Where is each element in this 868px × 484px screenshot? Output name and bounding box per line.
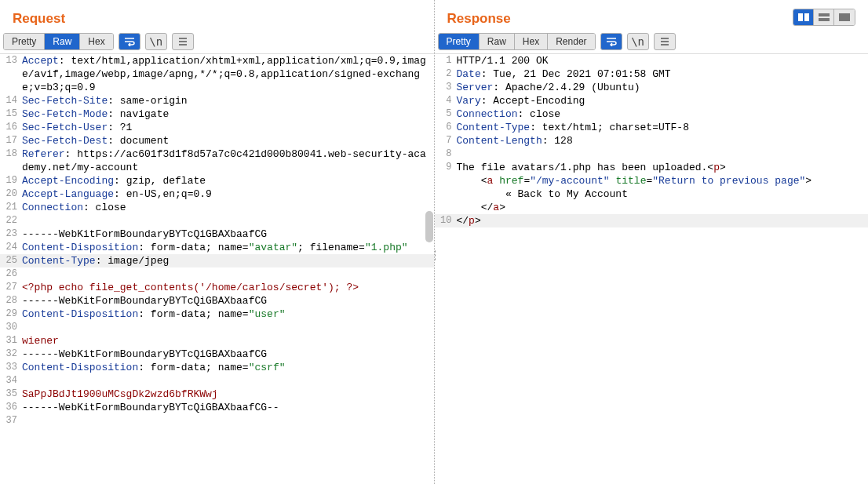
show-nonprintables-button[interactable]: \n [145, 33, 167, 50]
code-content: « Back to My Account [457, 187, 869, 201]
code-line[interactable]: 10</p> [435, 214, 869, 227]
hamburger-button[interactable] [172, 33, 194, 50]
code-line[interactable]: 26 [0, 267, 434, 281]
show-nonprintables-button[interactable]: \n [627, 33, 649, 50]
line-number: 20 [0, 187, 22, 201]
response-tab-raw[interactable]: Raw [480, 34, 515, 49]
code-content: Content-Disposition: form-data; name="us… [22, 308, 434, 321]
request-tab-hex[interactable]: Hex [80, 34, 112, 49]
code-line[interactable]: 3Server: Apache/2.4.29 (Ubuntu) [435, 81, 869, 94]
line-number: 26 [0, 267, 22, 281]
code-line[interactable]: 20Accept-Language: en-US,en;q=0.9 [0, 187, 434, 201]
line-number: 17 [0, 134, 22, 147]
code-content: Date: Tue, 21 Dec 2021 07:01:58 GMT [457, 67, 869, 81]
request-pane: Request Pretty Raw Hex \n 13Accept: text… [0, 0, 435, 484]
wrap-lines-button[interactable] [600, 33, 622, 50]
code-line[interactable]: 33Content-Disposition: form-data; name="… [0, 361, 434, 374]
code-content: Content-Type: text/html; charset=UTF-8 [457, 121, 869, 134]
line-number: 29 [0, 308, 22, 321]
code-line[interactable]: 36------WebKitFormBoundaryBYTcQiGBAXbaaf… [0, 401, 434, 414]
response-title: Response [435, 0, 869, 33]
line-number: 35 [0, 388, 22, 401]
code-content: <a href="/my-account" title="Return to p… [457, 174, 869, 187]
code-line[interactable]: 17Sec-Fetch-Dest: document [0, 134, 434, 147]
code-line[interactable]: 1HTTP/1.1 200 OK [435, 54, 869, 67]
code-line[interactable]: 21Connection: close [0, 201, 434, 214]
line-number: 3 [435, 81, 457, 94]
code-content: Accept-Language: en-US,en;q=0.9 [22, 187, 434, 201]
response-editor[interactable]: 1HTTP/1.1 200 OK2Date: Tue, 21 Dec 2021 … [435, 53, 869, 484]
request-toolbar: Pretty Raw Hex \n [0, 33, 434, 53]
request-tab-group: Pretty Raw Hex [3, 33, 114, 50]
code-line[interactable]: 24Content-Disposition: form-data; name="… [0, 241, 434, 254]
response-tab-render[interactable]: Render [548, 34, 594, 49]
line-number: 7 [435, 134, 457, 147]
response-toolbar: Pretty Raw Hex Render \n [435, 33, 869, 53]
code-line[interactable]: 31wiener [0, 334, 434, 348]
code-line[interactable]: 25Content-Type: image/jpeg [0, 254, 434, 267]
code-line[interactable]: 19Accept-Encoding: gzip, deflate [0, 174, 434, 187]
code-content: ------WebKitFormBoundaryBYTcQiGBAXbaafCG [22, 294, 434, 308]
request-title: Request [0, 0, 434, 33]
code-line[interactable]: 16Sec-Fetch-User: ?1 [0, 121, 434, 134]
code-line[interactable]: </a> [435, 201, 869, 214]
code-line[interactable]: 35SaPpJBdJt1900uMCsgDk2wzd6bfRKWwj [0, 388, 434, 401]
code-line[interactable]: 22 [0, 214, 434, 227]
line-number: 6 [435, 121, 457, 134]
code-content: The file avatars/1.php has been uploaded… [457, 161, 869, 174]
request-editor[interactable]: 13Accept: text/html,application/xhtml+xm… [0, 53, 434, 484]
code-line[interactable]: 14Sec-Fetch-Site: same-origin [0, 94, 434, 107]
code-line[interactable]: 32------WebKitFormBoundaryBYTcQiGBAXbaaf… [0, 348, 434, 361]
line-number: 15 [0, 107, 22, 121]
response-tab-group: Pretty Raw Hex Render [438, 33, 596, 50]
line-number: 9 [435, 161, 457, 174]
code-content: ------WebKitFormBoundaryBYTcQiGBAXbaafCG [22, 348, 434, 361]
code-line[interactable]: 9The file avatars/1.php has been uploade… [435, 161, 869, 174]
code-content: ------WebKitFormBoundaryBYTcQiGBAXbaafCG [22, 227, 434, 241]
code-line[interactable]: 2Date: Tue, 21 Dec 2021 07:01:58 GMT [435, 67, 869, 81]
hamburger-button[interactable] [654, 33, 676, 50]
code-line[interactable]: <a href="/my-account" title="Return to p… [435, 174, 869, 187]
request-tab-raw[interactable]: Raw [45, 34, 80, 49]
code-content: Accept-Encoding: gzip, deflate [22, 174, 434, 187]
line-number: 33 [0, 361, 22, 374]
wrap-lines-button[interactable] [119, 33, 140, 50]
code-content: Content-Disposition: form-data; name="av… [22, 241, 434, 254]
code-content: wiener [22, 334, 434, 348]
code-content: Referer: https://ac601f3d1f8d57a7c0c421d… [22, 147, 434, 174]
code-line[interactable]: 30 [0, 321, 434, 334]
line-number: 4 [435, 94, 457, 107]
code-content: </p> [457, 214, 869, 227]
code-content: Content-Type: image/jpeg [22, 254, 434, 267]
request-tab-pretty[interactable]: Pretty [4, 34, 45, 49]
code-line[interactable]: 23------WebKitFormBoundaryBYTcQiGBAXbaaf… [0, 227, 434, 241]
line-number: 36 [0, 401, 22, 414]
line-number: 13 [0, 54, 22, 67]
line-number: 22 [0, 214, 22, 227]
code-line[interactable]: 27<?php echo file_get_contents('/home/ca… [0, 281, 434, 294]
code-line[interactable]: 5Connection: close [435, 107, 869, 121]
code-content: <?php echo file_get_contents('/home/carl… [22, 281, 434, 294]
code-line[interactable]: 29Content-Disposition: form-data; name="… [0, 308, 434, 321]
line-number: 27 [0, 281, 22, 294]
line-number: 14 [0, 94, 22, 107]
code-line[interactable]: 18Referer: https://ac601f3d1f8d57a7c0c42… [0, 147, 434, 174]
response-tab-pretty[interactable]: Pretty [439, 34, 480, 49]
code-content: Content-Disposition: form-data; name="cs… [22, 361, 434, 374]
code-line[interactable]: 13Accept: text/html,application/xhtml+xm… [0, 54, 434, 94]
scrollbar-thumb[interactable] [425, 211, 433, 242]
code-content: Sec-Fetch-Site: same-origin [22, 94, 434, 107]
code-content: Sec-Fetch-Mode: navigate [22, 107, 434, 121]
code-line[interactable]: 28------WebKitFormBoundaryBYTcQiGBAXbaaf… [0, 294, 434, 308]
line-number: 30 [0, 321, 22, 334]
code-line[interactable]: 6Content-Type: text/html; charset=UTF-8 [435, 121, 869, 134]
code-line[interactable]: 7Content-Length: 128 [435, 134, 869, 147]
code-line[interactable]: 4Vary: Accept-Encoding [435, 94, 869, 107]
response-tab-hex[interactable]: Hex [515, 34, 548, 49]
code-line[interactable]: 15Sec-Fetch-Mode: navigate [0, 107, 434, 121]
code-line[interactable]: 37 [0, 414, 434, 428]
line-number: 19 [0, 174, 22, 187]
code-line[interactable]: 8 [435, 147, 869, 161]
code-line[interactable]: « Back to My Account [435, 187, 869, 201]
code-line[interactable]: 34 [0, 374, 434, 388]
